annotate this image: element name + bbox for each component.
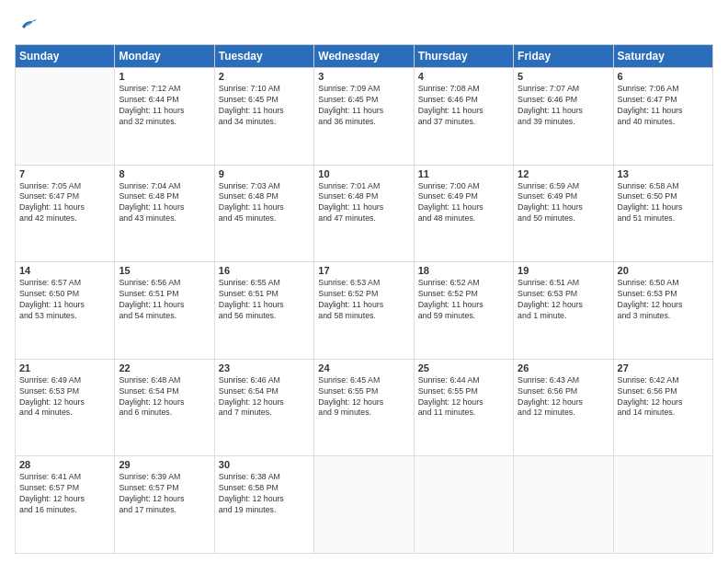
calendar-cell: 1Sunrise: 7:12 AM Sunset: 6:44 PM Daylig… [115, 68, 214, 166]
logo-text [15, 15, 39, 35]
day-number: 11 [418, 168, 509, 179]
day-info: Sunrise: 6:48 AM Sunset: 6:54 PM Dayligh… [119, 375, 210, 419]
day-info: Sunrise: 6:50 AM Sunset: 6:53 PM Dayligh… [618, 278, 709, 322]
day-info: Sunrise: 6:49 AM Sunset: 6:53 PM Dayligh… [19, 375, 110, 419]
day-info: Sunrise: 6:38 AM Sunset: 6:58 PM Dayligh… [219, 472, 310, 516]
day-info: Sunrise: 6:53 AM Sunset: 6:52 PM Dayligh… [318, 278, 409, 322]
calendar-cell: 20Sunrise: 6:50 AM Sunset: 6:53 PM Dayli… [613, 262, 712, 360]
day-info: Sunrise: 6:44 AM Sunset: 6:55 PM Dayligh… [418, 375, 509, 419]
calendar-cell: 17Sunrise: 6:53 AM Sunset: 6:52 PM Dayli… [314, 262, 414, 360]
day-number: 26 [518, 362, 609, 373]
day-info: Sunrise: 7:07 AM Sunset: 6:46 PM Dayligh… [518, 84, 609, 128]
day-number: 27 [618, 362, 709, 373]
calendar-cell: 29Sunrise: 6:39 AM Sunset: 6:57 PM Dayli… [115, 456, 214, 554]
day-number: 8 [119, 168, 210, 179]
day-number: 28 [19, 459, 110, 470]
day-info: Sunrise: 6:46 AM Sunset: 6:54 PM Dayligh… [219, 375, 310, 419]
day-number: 1 [119, 71, 210, 82]
calendar-cell: 7Sunrise: 7:05 AM Sunset: 6:47 PM Daylig… [16, 165, 115, 262]
calendar-cell: 22Sunrise: 6:48 AM Sunset: 6:54 PM Dayli… [115, 359, 214, 456]
calendar-cell: 8Sunrise: 7:04 AM Sunset: 6:48 PM Daylig… [115, 165, 214, 262]
calendar-cell: 28Sunrise: 6:41 AM Sunset: 6:57 PM Dayli… [16, 456, 115, 554]
calendar-cell: 19Sunrise: 6:51 AM Sunset: 6:53 PM Dayli… [514, 262, 613, 360]
day-info: Sunrise: 6:59 AM Sunset: 6:49 PM Dayligh… [518, 181, 609, 225]
calendar-cell: 21Sunrise: 6:49 AM Sunset: 6:53 PM Dayli… [16, 359, 115, 456]
day-number: 29 [119, 459, 210, 470]
day-number: 16 [219, 265, 310, 276]
day-number: 6 [618, 71, 709, 82]
day-number: 19 [518, 265, 609, 276]
calendar-week-row: 1Sunrise: 7:12 AM Sunset: 6:44 PM Daylig… [16, 68, 713, 166]
calendar-week-row: 28Sunrise: 6:41 AM Sunset: 6:57 PM Dayli… [16, 456, 713, 554]
day-of-week-header: Monday [115, 45, 214, 68]
calendar-cell: 15Sunrise: 6:56 AM Sunset: 6:51 PM Dayli… [115, 262, 214, 360]
calendar-cell: 2Sunrise: 7:10 AM Sunset: 6:45 PM Daylig… [214, 68, 313, 166]
calendar-cell: 26Sunrise: 6:43 AM Sunset: 6:56 PM Dayli… [514, 359, 613, 456]
day-info: Sunrise: 6:39 AM Sunset: 6:57 PM Dayligh… [119, 472, 210, 516]
day-info: Sunrise: 7:03 AM Sunset: 6:48 PM Dayligh… [219, 181, 310, 225]
calendar-cell: 12Sunrise: 6:59 AM Sunset: 6:49 PM Dayli… [514, 165, 613, 262]
calendar-cell [314, 456, 414, 554]
calendar-cell: 4Sunrise: 7:08 AM Sunset: 6:46 PM Daylig… [414, 68, 513, 166]
day-info: Sunrise: 7:04 AM Sunset: 6:48 PM Dayligh… [119, 181, 210, 225]
day-info: Sunrise: 6:51 AM Sunset: 6:53 PM Dayligh… [518, 278, 609, 322]
day-of-week-header: Saturday [613, 45, 712, 68]
day-info: Sunrise: 6:57 AM Sunset: 6:50 PM Dayligh… [19, 278, 110, 322]
day-number: 4 [418, 71, 509, 82]
day-number: 17 [318, 265, 409, 276]
day-number: 30 [219, 459, 310, 470]
day-info: Sunrise: 6:41 AM Sunset: 6:57 PM Dayligh… [19, 472, 110, 516]
day-number: 10 [318, 168, 409, 179]
calendar-cell: 24Sunrise: 6:45 AM Sunset: 6:55 PM Dayli… [314, 359, 414, 456]
day-info: Sunrise: 6:56 AM Sunset: 6:51 PM Dayligh… [119, 278, 210, 322]
day-info: Sunrise: 6:55 AM Sunset: 6:51 PM Dayligh… [219, 278, 310, 322]
day-number: 3 [318, 71, 409, 82]
day-info: Sunrise: 7:10 AM Sunset: 6:45 PM Dayligh… [219, 84, 310, 128]
day-number: 14 [19, 265, 110, 276]
day-info: Sunrise: 7:09 AM Sunset: 6:45 PM Dayligh… [318, 84, 409, 128]
calendar-cell [514, 456, 613, 554]
day-of-week-header: Thursday [414, 45, 513, 68]
main-container: SundayMondayTuesdayWednesdayThursdayFrid… [0, 0, 728, 563]
day-number: 25 [418, 362, 509, 373]
header [15, 15, 713, 35]
day-number: 13 [618, 168, 709, 179]
day-info: Sunrise: 6:52 AM Sunset: 6:52 PM Dayligh… [418, 278, 509, 322]
day-number: 20 [618, 265, 709, 276]
day-number: 12 [518, 168, 609, 179]
day-info: Sunrise: 7:08 AM Sunset: 6:46 PM Dayligh… [418, 84, 509, 128]
calendar-cell: 6Sunrise: 7:06 AM Sunset: 6:47 PM Daylig… [613, 68, 712, 166]
calendar-cell: 11Sunrise: 7:00 AM Sunset: 6:49 PM Dayli… [414, 165, 513, 262]
calendar-cell: 10Sunrise: 7:01 AM Sunset: 6:48 PM Dayli… [314, 165, 414, 262]
day-info: Sunrise: 7:05 AM Sunset: 6:47 PM Dayligh… [19, 181, 110, 225]
calendar-cell: 3Sunrise: 7:09 AM Sunset: 6:45 PM Daylig… [314, 68, 414, 166]
day-info: Sunrise: 6:58 AM Sunset: 6:50 PM Dayligh… [618, 181, 709, 225]
logo-bird-icon [17, 15, 37, 35]
day-number: 21 [19, 362, 110, 373]
day-number: 2 [219, 71, 310, 82]
calendar-cell: 5Sunrise: 7:07 AM Sunset: 6:46 PM Daylig… [514, 68, 613, 166]
calendar-cell: 16Sunrise: 6:55 AM Sunset: 6:51 PM Dayli… [214, 262, 313, 360]
calendar-week-row: 14Sunrise: 6:57 AM Sunset: 6:50 PM Dayli… [16, 262, 713, 360]
calendar-cell: 25Sunrise: 6:44 AM Sunset: 6:55 PM Dayli… [414, 359, 513, 456]
day-info: Sunrise: 7:00 AM Sunset: 6:49 PM Dayligh… [418, 181, 509, 225]
day-info: Sunrise: 7:12 AM Sunset: 6:44 PM Dayligh… [119, 84, 210, 128]
calendar-header-row: SundayMondayTuesdayWednesdayThursdayFrid… [16, 45, 713, 68]
day-number: 24 [318, 362, 409, 373]
day-number: 22 [119, 362, 210, 373]
calendar-week-row: 7Sunrise: 7:05 AM Sunset: 6:47 PM Daylig… [16, 165, 713, 262]
day-info: Sunrise: 6:43 AM Sunset: 6:56 PM Dayligh… [518, 375, 609, 419]
day-number: 5 [518, 71, 609, 82]
day-of-week-header: Wednesday [314, 45, 414, 68]
day-number: 7 [19, 168, 110, 179]
calendar-cell: 18Sunrise: 6:52 AM Sunset: 6:52 PM Dayli… [414, 262, 513, 360]
day-info: Sunrise: 6:45 AM Sunset: 6:55 PM Dayligh… [318, 375, 409, 419]
day-of-week-header: Sunday [16, 45, 115, 68]
logo [15, 15, 39, 35]
day-number: 18 [418, 265, 509, 276]
calendar-cell: 27Sunrise: 6:42 AM Sunset: 6:56 PM Dayli… [613, 359, 712, 456]
day-number: 23 [219, 362, 310, 373]
day-info: Sunrise: 6:42 AM Sunset: 6:56 PM Dayligh… [618, 375, 709, 419]
calendar-cell: 30Sunrise: 6:38 AM Sunset: 6:58 PM Dayli… [214, 456, 313, 554]
calendar-cell [16, 68, 115, 166]
